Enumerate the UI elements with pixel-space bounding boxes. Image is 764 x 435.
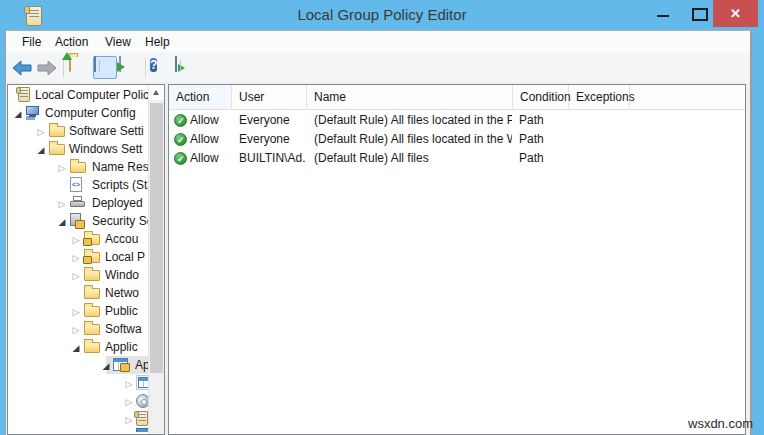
column-header-action[interactable]: Action [169, 85, 232, 109]
tree-item[interactable]: Computer Config [8, 104, 149, 122]
tree-item-label: Local P [105, 248, 145, 266]
tree-item[interactable]: Public [8, 302, 149, 320]
close-button[interactable]: ✕ [713, 0, 758, 27]
tree-item-label: Public [105, 302, 138, 320]
cell-action: Allow [190, 111, 232, 130]
tree-item[interactable]: Softwa [8, 320, 149, 338]
tree-item[interactable]: Local Computer Polic [8, 86, 149, 104]
tree-item-label: Computer Config [45, 104, 136, 122]
expander-icon[interactable] [123, 374, 135, 392]
folder-icon [49, 144, 65, 155]
column-header-name[interactable]: Name [307, 85, 513, 109]
menu-view[interactable]: View [103, 31, 133, 53]
tree-item-label: Softwa [105, 320, 142, 338]
expander-icon[interactable] [70, 320, 82, 338]
tree-item[interactable]: Security Se [8, 212, 149, 230]
folder-icon [84, 306, 100, 317]
tree-item[interactable]: Netwo [8, 284, 149, 302]
folder-icon [70, 162, 86, 173]
tree-item[interactable]: Software Setti [8, 122, 149, 140]
printer-icon [70, 196, 85, 209]
back-button[interactable] [10, 56, 34, 79]
allow-check-icon [174, 114, 187, 127]
tree-item-label: Security Se [92, 212, 149, 230]
menu-action[interactable]: Action [53, 31, 90, 53]
forward-button[interactable] [35, 56, 59, 79]
allow-check-icon [174, 133, 187, 146]
server-lock-icon [70, 213, 84, 228]
cell-exceptions [575, 149, 630, 168]
table-row[interactable]: Allow Everyone (Default Rule) All files … [169, 130, 745, 149]
title-bar: Local Group Policy Editor ✕ [0, 0, 764, 30]
expander-icon[interactable] [56, 194, 68, 212]
tree-item[interactable]: Windows Sett [8, 140, 149, 158]
tree-item-label: Windo [105, 266, 139, 284]
tree-scrollbar[interactable] [148, 85, 164, 434]
expander-icon[interactable] [70, 266, 82, 284]
expander-icon[interactable] [12, 104, 24, 122]
tree-item-label: Accou [105, 230, 138, 248]
cell-user: Everyone [239, 111, 305, 130]
table-row[interactable]: Allow BUILTIN\Ad... (Default Rule) All f… [169, 149, 745, 168]
cell-name: (Default Rule) All files [314, 149, 512, 168]
column-header-exceptions[interactable]: Exceptions [569, 85, 630, 109]
menu-bar: File Action View Help [6, 31, 750, 53]
cell-name: (Default Rule) All files located in the … [314, 111, 512, 130]
folder-icon [84, 270, 100, 281]
tree-item[interactable]: Deployed [8, 194, 149, 212]
tree-item[interactable] [8, 374, 149, 392]
tree-item-label: Windows Sett [69, 140, 142, 158]
show-console-tree-icon [94, 56, 96, 72]
tree-item[interactable]: Windo [8, 266, 149, 284]
expander-icon[interactable] [70, 230, 82, 248]
menu-file[interactable]: File [20, 31, 43, 53]
tree-item[interactable]: Applic [8, 338, 149, 356]
tree-item[interactable] [8, 392, 149, 410]
expander-icon[interactable] [35, 122, 47, 140]
folder-lock-icon [84, 252, 100, 263]
tree-item[interactable] [8, 428, 149, 435]
console-tree-pane: Local Computer Polic Computer Config Sof… [7, 84, 165, 435]
scrollbar-thumb[interactable] [150, 103, 163, 373]
tree-item-label: Applic [105, 338, 138, 356]
new-window-button[interactable] [174, 56, 198, 79]
cell-condition: Path [519, 130, 567, 149]
maximize-button[interactable] [690, 7, 708, 22]
expander-icon[interactable] [70, 338, 82, 356]
folder-icon [84, 324, 100, 335]
help-button[interactable]: ? [149, 56, 173, 79]
computer-icon [24, 106, 40, 120]
expander-icon[interactable] [123, 392, 135, 410]
tree-item[interactable]: Accou [8, 230, 149, 248]
scroll-icon [136, 411, 148, 426]
tree-item-label: Scripts (Sta [92, 176, 149, 194]
tree-item[interactable]: Ap [8, 356, 149, 374]
column-header-condition[interactable]: Condition [513, 85, 569, 109]
tree-item[interactable] [8, 410, 149, 428]
cell-exceptions [575, 111, 630, 130]
up-one-level-button[interactable] [68, 56, 92, 79]
watermark: wsxdn.com [688, 416, 753, 431]
show-console-tree-button[interactable] [93, 56, 117, 79]
expander-icon[interactable] [70, 248, 82, 266]
cell-name: (Default Rule) All files located in the … [314, 130, 512, 149]
up-one-level-folder-icon [69, 56, 71, 72]
tree-item[interactable]: <> Scripts (Sta [8, 176, 149, 194]
toolbar: ? [6, 53, 750, 83]
column-header-user[interactable]: User [232, 85, 307, 109]
expander-icon[interactable] [56, 212, 68, 230]
expander-icon[interactable] [70, 302, 82, 320]
table-row[interactable]: Allow Everyone (Default Rule) All files … [169, 111, 745, 130]
minimize-button[interactable] [655, 8, 673, 22]
tree-item[interactable]: Local P [8, 248, 149, 266]
expander-icon[interactable] [56, 158, 68, 176]
menu-help[interactable]: Help [143, 31, 172, 53]
expander-icon[interactable] [100, 356, 112, 374]
tree-item-label: Netwo [105, 284, 139, 302]
scrollbar-up-arrow[interactable] [149, 85, 164, 100]
expander-icon[interactable] [35, 140, 47, 158]
forward-arrow-icon [37, 60, 57, 76]
cell-condition: Path [519, 149, 567, 168]
tree-item[interactable]: Name Res [8, 158, 149, 176]
export-list-button[interactable] [118, 56, 142, 79]
